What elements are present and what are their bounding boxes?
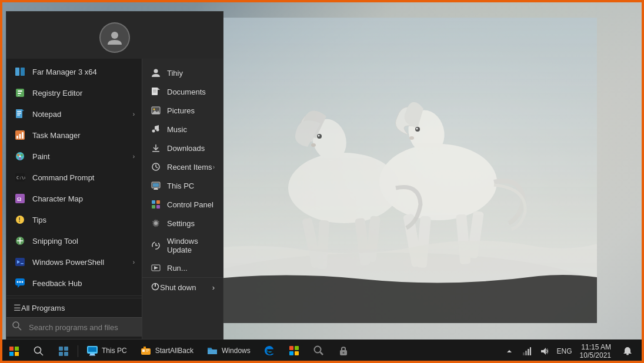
- menu-item-command-prompt[interactable]: C:\> Command Prompt: [6, 167, 142, 188]
- svg-line-114: [320, 352, 323, 355]
- svg-rect-119: [525, 351, 527, 355]
- right-item-settings[interactable]: Settings: [142, 214, 223, 233]
- network-icon[interactable]: [519, 340, 535, 363]
- menu-item-paint[interactable]: Paint ›: [6, 146, 142, 167]
- svg-rect-27: [18, 93, 21, 94]
- svg-rect-66: [153, 92, 156, 92]
- registry-editor-label: Registry Editor: [32, 89, 135, 98]
- clock-date: 10/5/2021: [580, 351, 611, 359]
- menu-item-far-manager[interactable]: Far Manager 3 x64: [6, 61, 142, 82]
- right-item-this-pc[interactable]: This PC: [142, 176, 223, 195]
- svg-line-76: [156, 167, 158, 168]
- right-item-user[interactable]: Tihiy: [142, 63, 223, 82]
- all-programs-label: All Programs: [21, 304, 65, 312]
- taskbar-app-windows[interactable]: Windows: [201, 340, 256, 363]
- shutdown-label: Shut down: [160, 283, 196, 292]
- far-manager-label: Far Manager 3 x64: [32, 68, 135, 76]
- right-item-pictures[interactable]: Pictures: [142, 101, 223, 120]
- menu-item-character-map[interactable]: Ω Character Map: [6, 188, 142, 209]
- menu-item-tips[interactable]: ! Tips: [6, 209, 142, 230]
- edge-icon: [263, 345, 275, 357]
- svg-line-61: [18, 327, 21, 330]
- tips-icon: !: [14, 213, 26, 226]
- right-item-music[interactable]: Music: [142, 120, 223, 139]
- taskbar-app-magnifier[interactable]: [307, 340, 331, 363]
- windows-start-button[interactable]: [2, 340, 26, 363]
- language-button[interactable]: ENG: [554, 340, 575, 363]
- svg-point-72: [156, 129, 159, 132]
- menu-divider: [6, 295, 142, 296]
- menu-item-notepad[interactable]: Notepad ›: [6, 103, 142, 125]
- recent-items-label: Recent Items: [167, 163, 212, 172]
- taskbar-app-startallback[interactable]: StartAllBack: [134, 340, 199, 363]
- taskbar-app-bitlocker[interactable]: [332, 340, 355, 363]
- shutdown-icon: [151, 282, 160, 293]
- svg-rect-118: [523, 352, 525, 355]
- this-pc-taskbar-icon: [86, 345, 98, 357]
- svg-rect-32: [17, 115, 20, 116]
- right-item-windows-update[interactable]: Windows Update: [142, 233, 223, 258]
- svg-rect-24: [21, 68, 25, 76]
- far-manager-icon: [14, 65, 26, 78]
- shutdown-item[interactable]: Shut down ›: [142, 277, 223, 297]
- notification-button[interactable]: [616, 340, 639, 363]
- menu-item-windows-powershell[interactable]: Windows PowerShell ›: [6, 251, 142, 273]
- svg-point-10: [416, 128, 418, 130]
- svg-rect-35: [16, 136, 18, 139]
- clock-time: 11:15 AM: [581, 343, 611, 351]
- svg-rect-65: [153, 90, 156, 90]
- taskbar-app-store[interactable]: [282, 340, 306, 363]
- svg-point-11: [409, 136, 414, 140]
- music-icon: [151, 124, 161, 135]
- run-label: Run...: [167, 264, 188, 273]
- documents-label: Documents: [167, 88, 206, 96]
- svg-rect-83: [156, 200, 160, 204]
- menu-left-column: Far Manager 3 x64 Registry Editor Notepa…: [6, 59, 142, 339]
- svg-point-69: [154, 109, 155, 110]
- taskbar-app-edge[interactable]: [258, 340, 281, 363]
- powershell-arrow: ›: [133, 259, 135, 265]
- svg-point-21: [311, 143, 316, 147]
- right-item-downloads[interactable]: Downloads: [142, 139, 223, 157]
- snipping-tool-label: Snipping Tool: [32, 237, 135, 246]
- svg-rect-81: [154, 189, 158, 190]
- svg-marker-117: [507, 350, 512, 352]
- taskbar-app-this-pc[interactable]: This PC: [81, 340, 133, 363]
- svg-rect-73: [152, 151, 159, 152]
- taskbar-search-button[interactable]: [27, 340, 51, 363]
- right-item-documents[interactable]: Documents: [142, 82, 223, 101]
- all-programs-icon: ☰: [14, 303, 21, 312]
- all-programs-item[interactable]: ☰ All Programs: [6, 298, 142, 317]
- show-hidden-icons-button[interactable]: [501, 340, 518, 363]
- right-item-control-panel[interactable]: Control Panel: [142, 195, 223, 214]
- user-avatar[interactable]: [99, 22, 130, 53]
- menu-item-snipping-tool[interactable]: Snipping Tool: [6, 230, 142, 251]
- right-item-recent[interactable]: Recent Items ›: [142, 157, 223, 176]
- search-input[interactable]: [29, 323, 136, 332]
- user-link-label: Tihiy: [167, 69, 183, 78]
- right-item-run[interactable]: Run...: [142, 258, 223, 277]
- command-prompt-icon: C:\>: [14, 171, 26, 184]
- clock[interactable]: 11:15 AM 10/5/2021: [576, 340, 615, 363]
- taskbar-task-view-button[interactable]: [52, 340, 75, 363]
- svg-rect-103: [142, 349, 145, 352]
- svg-text:!: !: [19, 217, 21, 223]
- menu-item-registry-editor[interactable]: Registry Editor: [6, 82, 142, 103]
- startallback-label: StartAllBack: [155, 347, 193, 355]
- svg-marker-106: [144, 347, 146, 348]
- search-bar: [6, 317, 142, 337]
- menu-item-feedback-hub[interactable]: Feedback Hub: [6, 273, 142, 294]
- paint-arrow: ›: [133, 153, 135, 160]
- svg-point-58: [17, 281, 19, 283]
- svg-rect-111: [289, 351, 293, 355]
- volume-icon[interactable]: [536, 340, 553, 363]
- task-manager-icon: [14, 129, 26, 142]
- svg-marker-33: [22, 109, 24, 111]
- svg-rect-82: [152, 200, 155, 204]
- notepad-arrow: ›: [133, 111, 135, 117]
- shutdown-arrow: ›: [212, 283, 215, 292]
- windows-update-label: Windows Update: [167, 237, 215, 254]
- notepad-label: Notepad: [32, 110, 133, 119]
- menu-item-task-manager[interactable]: Task Manager: [6, 125, 142, 146]
- character-map-label: Character Map: [32, 194, 135, 203]
